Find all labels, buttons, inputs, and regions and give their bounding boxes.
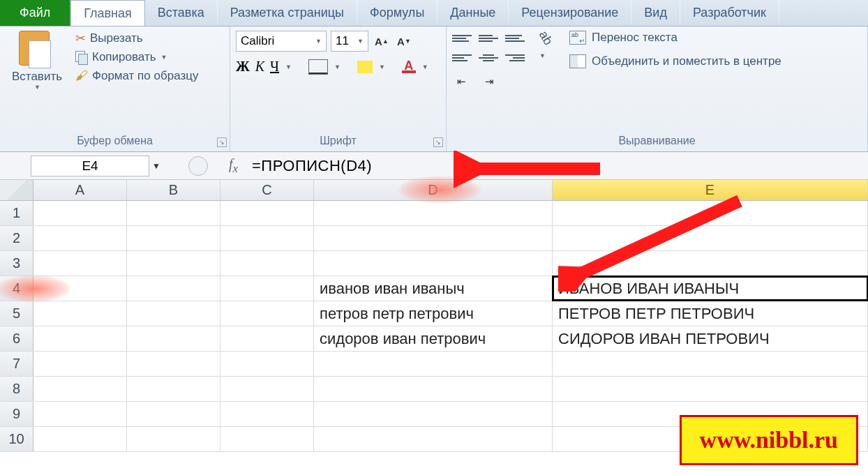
copy-button[interactable]: Копировать ▼ xyxy=(75,50,198,64)
cut-button[interactable]: ✂ Вырезать xyxy=(75,31,198,46)
cell-E4[interactable]: ИВАНОВ ИВАН ИВАНЫЧ xyxy=(553,276,868,301)
cell-A4[interactable] xyxy=(33,276,127,301)
cell-C2[interactable] xyxy=(220,226,314,250)
font-name-select[interactable]: Calibri ▼ xyxy=(236,31,327,52)
wrap-text-button[interactable]: Перенос текста xyxy=(569,31,781,45)
cell-C1[interactable] xyxy=(220,201,314,225)
row-header-2[interactable]: 2 xyxy=(0,226,33,250)
orientation-button[interactable]: ab xyxy=(536,29,555,48)
name-box-dropdown[interactable]: ▼ xyxy=(149,161,163,171)
dialog-launcher-icon[interactable]: ↘ xyxy=(433,137,443,147)
align-middle-button[interactable] xyxy=(479,31,498,46)
font-size-select[interactable]: 11 ▼ xyxy=(331,31,368,52)
align-top-button[interactable] xyxy=(452,31,472,46)
tab-page-layout[interactable]: Разметка страницы xyxy=(218,0,357,26)
cell-C3[interactable] xyxy=(220,251,314,276)
cell-C5[interactable] xyxy=(220,301,314,326)
row-header-3[interactable]: 3 xyxy=(0,251,33,276)
cell-A2[interactable] xyxy=(33,226,127,250)
cell-B6[interactable] xyxy=(127,326,220,351)
cell-D3[interactable] xyxy=(314,251,553,276)
tab-formulas[interactable]: Формулы xyxy=(357,0,437,26)
select-all-corner[interactable] xyxy=(0,180,33,200)
cell-D9[interactable] xyxy=(314,402,553,426)
column-header-D[interactable]: D xyxy=(314,180,553,200)
cancel-formula-button[interactable] xyxy=(188,156,208,176)
row-header-9[interactable]: 9 xyxy=(0,402,33,426)
cell-C8[interactable] xyxy=(220,377,314,401)
row-header-1[interactable]: 1 xyxy=(0,201,33,225)
cell-D1[interactable] xyxy=(314,201,553,225)
cell-B5[interactable] xyxy=(127,301,220,326)
font-color-button[interactable]: А xyxy=(402,61,416,73)
underline-button[interactable]: Ч xyxy=(270,59,279,75)
cell-B8[interactable] xyxy=(127,377,220,401)
cell-D5[interactable]: петров петр петрович xyxy=(314,301,553,326)
borders-button[interactable] xyxy=(308,59,328,75)
cell-E3[interactable] xyxy=(553,251,868,276)
row-header-7[interactable]: 7 xyxy=(0,352,33,376)
cell-C10[interactable] xyxy=(220,427,314,451)
paste-button[interactable]: Вставить ▼ xyxy=(6,31,68,91)
cell-E2[interactable] xyxy=(553,226,868,250)
tab-review[interactable]: Рецензирование xyxy=(509,0,631,26)
fill-color-button[interactable] xyxy=(357,61,373,73)
column-header-C[interactable]: C xyxy=(220,180,314,200)
cell-E7[interactable] xyxy=(553,352,868,376)
cell-A9[interactable] xyxy=(33,402,127,426)
row-header-6[interactable]: 6 xyxy=(0,326,33,351)
increase-font-icon[interactable]: A▲ xyxy=(373,32,391,50)
tab-data[interactable]: Данные xyxy=(437,0,509,26)
decrease-indent-button[interactable]: ⇤ xyxy=(452,73,470,91)
cell-B10[interactable] xyxy=(127,427,220,451)
cell-B7[interactable] xyxy=(127,352,220,376)
cell-D6[interactable]: сидоров иван петрович xyxy=(314,326,553,351)
format-painter-button[interactable]: 🖌 Формат по образцу xyxy=(75,68,198,83)
cell-C9[interactable] xyxy=(220,402,314,426)
cell-E6[interactable]: СИДОРОВ ИВАН ПЕТРОВИЧ xyxy=(553,326,868,351)
cell-A10[interactable] xyxy=(33,427,127,451)
cell-E1[interactable] xyxy=(553,201,868,225)
row-header-8[interactable]: 8 xyxy=(0,377,33,401)
column-header-A[interactable]: A xyxy=(33,180,127,200)
cell-E5[interactable]: ПЕТРОВ ПЕТР ПЕТРОВИЧ xyxy=(553,301,868,326)
cell-C4[interactable] xyxy=(220,276,314,301)
align-center-button[interactable] xyxy=(479,50,498,66)
formula-input[interactable]: =ПРОПИСН(D4) xyxy=(252,157,372,175)
cell-B9[interactable] xyxy=(127,402,220,426)
tab-view[interactable]: Вид xyxy=(631,0,680,26)
cell-A3[interactable] xyxy=(33,251,127,276)
cell-A6[interactable] xyxy=(33,326,127,351)
name-box[interactable]: E4 xyxy=(31,156,149,176)
column-header-B[interactable]: B xyxy=(127,180,220,200)
cell-D4[interactable]: иванов иван иваныч xyxy=(314,276,553,301)
cell-E8[interactable] xyxy=(553,377,868,401)
tab-insert[interactable]: Вставка xyxy=(145,0,218,26)
row-header-4[interactable]: 4 xyxy=(0,276,33,301)
cell-B4[interactable] xyxy=(127,276,220,301)
bold-button[interactable]: Ж xyxy=(236,59,250,75)
cell-B2[interactable] xyxy=(127,226,220,250)
fx-icon[interactable]: fx xyxy=(229,156,238,176)
align-bottom-button[interactable] xyxy=(505,31,525,46)
decrease-font-icon[interactable]: A▼ xyxy=(395,32,413,50)
column-header-E[interactable]: E xyxy=(553,180,868,200)
cell-D7[interactable] xyxy=(314,352,553,376)
align-right-button[interactable] xyxy=(505,50,525,66)
cell-D10[interactable] xyxy=(314,427,553,451)
cell-A5[interactable] xyxy=(33,301,127,326)
align-left-button[interactable] xyxy=(452,50,472,66)
cell-C6[interactable] xyxy=(220,326,314,351)
cell-D2[interactable] xyxy=(314,226,553,250)
italic-button[interactable]: К xyxy=(255,59,264,75)
merge-center-button[interactable]: Объединить и поместить в центре xyxy=(569,54,781,68)
cell-A1[interactable] xyxy=(33,201,127,225)
cell-B1[interactable] xyxy=(127,201,220,225)
row-header-10[interactable]: 10 xyxy=(0,427,33,451)
cell-B3[interactable] xyxy=(127,251,220,276)
row-header-5[interactable]: 5 xyxy=(0,301,33,326)
cell-A8[interactable] xyxy=(33,377,127,401)
tab-developer[interactable]: Разработчик xyxy=(680,0,779,26)
tab-home[interactable]: Главная xyxy=(70,0,145,26)
dialog-launcher-icon[interactable]: ↘ xyxy=(217,137,227,147)
